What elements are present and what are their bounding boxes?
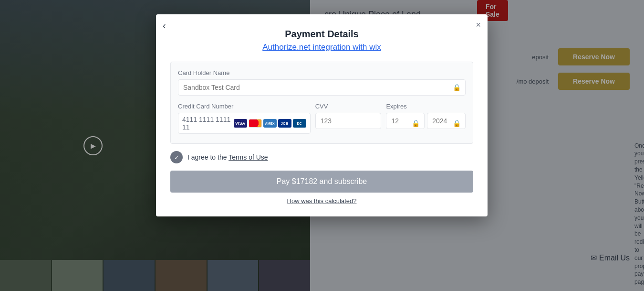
modal-back-button[interactable]: ‹: [163, 20, 166, 31]
terms-link[interactable]: Terms of Use: [229, 153, 268, 161]
credit-card-label: Credit Card Number: [178, 103, 311, 110]
card-holder-label: Card Holder Name: [178, 69, 466, 76]
card-details-row: Credit Card Number 4111 1111 1111 11 VIS…: [178, 103, 466, 134]
cvv-label: CVV: [315, 103, 382, 110]
payment-form: Card Holder Name 🔒 Credit Card Number 41…: [170, 62, 473, 144]
agree-checkbox[interactable]: ✓: [170, 151, 183, 163]
expires-month-lock-icon: 🔒: [412, 119, 420, 127]
mastercard-icon: [249, 119, 262, 128]
cvv-wrapper: CVV: [315, 103, 382, 134]
jcb-icon: JCB: [278, 119, 291, 128]
payment-modal: ‹ × Payment Details Authorize.net integr…: [156, 14, 488, 216]
expires-year-lock-icon: 🔒: [453, 119, 461, 127]
agree-row: ✓ I agree to the Terms of Use: [170, 151, 473, 163]
credit-card-input[interactable]: 4111 1111 1111 11 VISA AMEX JCB DC: [178, 113, 311, 134]
expires-wrapper: Expires 🔒 🔒: [386, 103, 466, 134]
modal-close-button[interactable]: ×: [476, 20, 481, 30]
expires-label: Expires: [386, 103, 466, 110]
expires-year-wrapper: 🔒: [427, 113, 466, 134]
modal-title: Payment Details: [170, 29, 473, 40]
agree-text: I agree to the Terms of Use: [187, 153, 268, 161]
cvv-input[interactable]: [315, 113, 382, 129]
card-icons: VISA AMEX JCB DC: [234, 119, 306, 128]
amex-icon: AMEX: [263, 119, 277, 128]
pay-button[interactable]: Pay $17182 and subscribe: [170, 171, 473, 193]
cvv-input-wrapper: [315, 113, 382, 129]
card-holder-lock-icon: 🔒: [453, 84, 461, 91]
diners-icon: DC: [293, 119, 306, 128]
modal-link[interactable]: Authorize.net integration with wix: [170, 43, 473, 52]
expires-row: 🔒 🔒: [386, 113, 466, 134]
calculated-link[interactable]: How was this calculated?: [170, 197, 473, 205]
credit-card-value: 4111 1111 1111 11: [182, 116, 231, 131]
card-holder-wrapper: 🔒: [178, 79, 466, 96]
card-holder-input[interactable]: [178, 79, 466, 96]
expires-month-wrapper: 🔒: [386, 113, 425, 134]
credit-card-number-wrapper: Credit Card Number 4111 1111 1111 11 VIS…: [178, 103, 311, 134]
visa-icon: VISA: [234, 119, 247, 128]
